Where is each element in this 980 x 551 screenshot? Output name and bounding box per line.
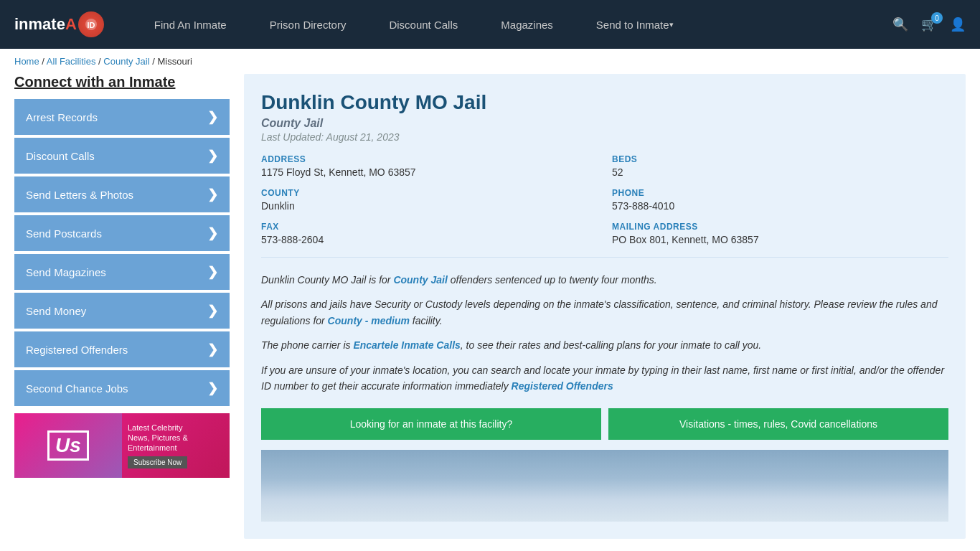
ad-text-section: Latest Celebrity News, Pictures & Entert… (122, 418, 230, 474)
ad-logo-section: Us (14, 413, 122, 478)
chevron-right-icon: ❯ (207, 225, 218, 241)
chevron-right-icon: ❯ (207, 303, 218, 319)
mailing-value: PO Box 801, Kennett, MO 63857 (612, 234, 948, 245)
facility-description: Dunklin County MO Jail is for County Jai… (261, 272, 948, 394)
header-icons: 🔍 🛒 0 👤 (892, 17, 966, 32)
phone-label: PHONE (612, 188, 948, 198)
chevron-right-icon: ❯ (207, 264, 218, 280)
facility-updated: Last Updated: August 21, 2023 (261, 131, 948, 143)
registered-offenders-link[interactable]: Registered Offenders (512, 380, 613, 392)
chevron-right-icon: ❯ (207, 187, 218, 202)
breadcrumb-all-facilities[interactable]: All Facilities (47, 56, 96, 67)
sidebar-item-second-chance-jobs[interactable]: Second Chance Jobs ❯ (14, 370, 230, 406)
facility-info-grid: ADDRESS 1175 Floyd St, Kennett, MO 63857… (261, 154, 948, 258)
beds-label: BEDS (612, 154, 948, 164)
beds-section: BEDS 52 (612, 154, 948, 178)
county-medium-link[interactable]: County - medium (328, 315, 410, 326)
beds-value: 52 (612, 166, 948, 178)
sidebar-item-send-letters[interactable]: Send Letters & Photos ❯ (14, 176, 230, 212)
sidebar-item-send-money[interactable]: Send Money ❯ (14, 293, 230, 329)
ad-subscribe-button[interactable]: Subscribe Now (128, 456, 187, 468)
description-para3: The phone carrier is Encartele Inmate Ca… (261, 337, 948, 353)
main-nav: Find An Inmate Prison Directory Discount… (133, 0, 892, 49)
description-para4: If you are unsure of your inmate's locat… (261, 362, 948, 395)
fax-section: FAX 573-888-2604 (261, 222, 598, 245)
breadcrumb-county-jail[interactable]: County Jail (103, 56, 149, 67)
sidebar-item-send-postcards[interactable]: Send Postcards ❯ (14, 215, 230, 251)
breadcrumb-home[interactable]: Home (14, 56, 39, 67)
site-header: inmateA ID Find An Inmate Prison Directo… (0, 0, 980, 49)
address-value: 1175 Floyd St, Kennett, MO 63857 (261, 166, 598, 178)
nav-discount-calls[interactable]: Discount Calls (367, 0, 479, 49)
facility-type: County Jail (261, 117, 948, 130)
visitations-button[interactable]: Visitations - times, rules, Covid cancel… (608, 408, 948, 440)
fax-label: FAX (261, 222, 598, 232)
address-label: ADDRESS (261, 154, 598, 164)
sky-background (261, 450, 948, 522)
fax-value: 573-888-2604 (261, 234, 598, 245)
chevron-right-icon: ❯ (207, 380, 218, 396)
ad-line1: Latest Celebrity (128, 423, 224, 432)
ad-line3: Entertainment (128, 443, 224, 452)
nav-find-inmate[interactable]: Find An Inmate (133, 0, 248, 49)
county-value: Dunklin (261, 200, 598, 212)
chevron-right-icon: ❯ (207, 342, 218, 357)
county-label: COUNTY (261, 188, 598, 198)
ad-logo: Us (47, 430, 89, 461)
sidebar-item-send-magazines[interactable]: Send Magazines ❯ (14, 254, 230, 290)
description-para2: All prisons and jails have Security or C… (261, 296, 948, 329)
phone-section: PHONE 573-888-4010 (612, 188, 948, 212)
ad-line2: News, Pictures & (128, 433, 224, 442)
find-inmate-button[interactable]: Looking for an inmate at this facility? (261, 408, 601, 440)
cart-icon[interactable]: 🛒 0 (921, 17, 937, 32)
cart-badge: 0 (931, 12, 943, 24)
description-para1: Dunklin County MO Jail is for County Jai… (261, 272, 948, 288)
sidebar: Connect with an Inmate Arrest Records ❯ … (14, 74, 230, 539)
logo[interactable]: inmateA ID (14, 11, 104, 37)
nav-magazines[interactable]: Magazines (479, 0, 575, 49)
sidebar-title: Connect with an Inmate (14, 74, 230, 90)
facility-title: Dunklin County MO Jail (261, 91, 948, 114)
county-section: COUNTY Dunklin (261, 188, 598, 212)
action-buttons: Looking for an inmate at this facility? … (261, 408, 948, 440)
main-layout: Connect with an Inmate Arrest Records ❯ … (0, 74, 980, 551)
facility-photo (261, 450, 948, 522)
logo-icon: ID (78, 11, 104, 37)
address-section: ADDRESS 1175 Floyd St, Kennett, MO 63857 (261, 154, 598, 178)
encartele-link[interactable]: Encartele Inmate Calls (353, 339, 460, 351)
breadcrumb: Home / All Facilities / County Jail / Mi… (0, 49, 980, 74)
facility-content: Dunklin County MO Jail County Jail Last … (244, 74, 966, 539)
user-icon[interactable]: 👤 (950, 17, 966, 32)
sidebar-item-discount-calls[interactable]: Discount Calls ❯ (14, 138, 230, 174)
ad-banner[interactable]: Us Latest Celebrity News, Pictures & Ent… (14, 413, 230, 478)
logo-text: inmateA (14, 15, 77, 34)
mailing-section: MAILING ADDRESS PO Box 801, Kennett, MO … (612, 222, 948, 245)
nav-prison-directory[interactable]: Prison Directory (248, 0, 368, 49)
chevron-right-icon: ❯ (207, 109, 218, 125)
svg-text:ID: ID (87, 21, 95, 29)
sidebar-item-registered-offenders[interactable]: Registered Offenders ❯ (14, 331, 230, 367)
county-jail-link[interactable]: County Jail (393, 274, 447, 286)
sidebar-item-arrest-records[interactable]: Arrest Records ❯ (14, 99, 230, 135)
nav-send-to-inmate[interactable]: Send to Inmate (575, 0, 695, 49)
breadcrumb-state: Missouri (157, 56, 192, 67)
phone-value: 573-888-4010 (612, 200, 948, 212)
search-icon[interactable]: 🔍 (892, 17, 908, 32)
mailing-label: MAILING ADDRESS (612, 222, 948, 232)
chevron-right-icon: ❯ (207, 148, 218, 164)
